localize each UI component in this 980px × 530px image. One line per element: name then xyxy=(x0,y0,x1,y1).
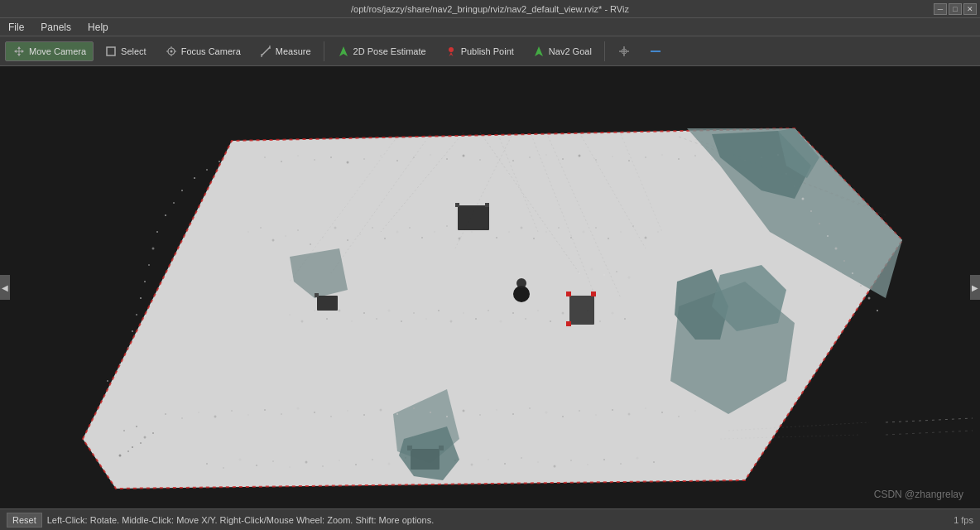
svg-point-73 xyxy=(260,227,262,229)
svg-point-119 xyxy=(380,409,382,412)
tool-move-camera[interactable]: Move Camera xyxy=(5,41,94,61)
svg-point-133 xyxy=(612,409,613,411)
svg-point-108 xyxy=(198,412,199,413)
svg-point-197 xyxy=(351,320,353,322)
viewport[interactable]: ◀ ▶ xyxy=(0,66,980,508)
svg-point-109 xyxy=(214,416,217,418)
svg-point-149 xyxy=(372,459,373,460)
svg-point-147 xyxy=(339,460,340,461)
svg-point-74 xyxy=(272,239,275,242)
menu-file[interactable]: File xyxy=(3,20,29,35)
svg-point-96 xyxy=(545,231,547,233)
svg-point-126 xyxy=(496,409,497,411)
svg-point-199 xyxy=(376,318,377,320)
svg-point-30 xyxy=(363,158,365,160)
measure-icon xyxy=(259,45,272,58)
svg-rect-235 xyxy=(455,203,459,207)
svg-point-59 xyxy=(132,330,133,332)
svg-point-205 xyxy=(450,320,453,323)
svg-point-71 xyxy=(219,161,220,162)
svg-point-198 xyxy=(363,312,365,314)
svg-point-156 xyxy=(488,459,489,460)
svg-point-171 xyxy=(819,223,820,224)
svg-rect-241 xyxy=(591,292,596,296)
svg-point-100 xyxy=(595,227,597,229)
svg-point-129 xyxy=(545,412,548,414)
svg-point-192 xyxy=(289,314,291,316)
svg-point-182 xyxy=(616,271,617,272)
svg-point-81 xyxy=(359,234,361,235)
svg-rect-234 xyxy=(458,205,489,230)
tool-publish-point[interactable]: Publish Point xyxy=(437,41,521,61)
svg-point-128 xyxy=(529,407,531,409)
focus-camera-icon xyxy=(165,45,178,58)
svg-point-193 xyxy=(301,320,304,323)
left-panel-toggle[interactable]: ◀ xyxy=(0,275,10,300)
svg-rect-238 xyxy=(315,293,319,297)
tool-nav2-goal[interactable]: Nav2 Goal xyxy=(525,41,599,61)
menu-help[interactable]: Help xyxy=(83,20,113,35)
svg-point-155 xyxy=(471,464,473,466)
tool-2d-pose-label: 2D Pose Estimate xyxy=(353,46,426,56)
svg-point-130 xyxy=(562,416,564,417)
close-button[interactable]: ✕ xyxy=(963,3,977,15)
fps-counter: 1 fps xyxy=(954,515,973,525)
menu-panels[interactable]: Panels xyxy=(36,20,76,35)
svg-point-134 xyxy=(628,413,631,416)
svg-point-208 xyxy=(488,310,489,311)
toolbar: Move Camera Select Focus Camera xyxy=(0,36,980,66)
svg-point-87 xyxy=(434,231,435,233)
svg-point-39 xyxy=(512,160,514,161)
svg-point-195 xyxy=(326,318,328,320)
svg-point-44 xyxy=(595,159,597,161)
watermark: CSDN @zhangrelay xyxy=(874,489,963,500)
svg-point-118 xyxy=(363,414,365,416)
tool-select-label: Select xyxy=(121,46,147,56)
svg-point-142 xyxy=(256,465,257,466)
svg-point-86 xyxy=(421,237,423,238)
svg-point-77 xyxy=(310,243,311,245)
svg-point-132 xyxy=(595,414,597,416)
svg-line-7 xyxy=(262,47,270,55)
svg-point-217 xyxy=(599,320,601,322)
svg-point-43 xyxy=(579,155,581,157)
reset-button[interactable]: Reset xyxy=(7,513,42,528)
svg-point-28 xyxy=(330,157,332,158)
right-panel-toggle[interactable]: ▶ xyxy=(970,275,980,300)
minimize-button[interactable]: ─ xyxy=(934,3,947,15)
svg-point-160 xyxy=(554,465,556,468)
svg-rect-237 xyxy=(317,296,338,311)
svg-point-135 xyxy=(645,407,646,409)
svg-point-101 xyxy=(608,238,609,239)
svg-point-127 xyxy=(512,413,514,415)
svg-point-42 xyxy=(562,158,564,160)
svg-point-46 xyxy=(628,160,630,161)
tool-measure[interactable]: Measure xyxy=(252,41,319,61)
tool-crosshair[interactable] xyxy=(610,41,638,61)
tool-select[interactable]: Select xyxy=(97,41,154,61)
tool-2d-pose[interactable]: 2D Pose Estimate xyxy=(329,41,434,61)
svg-point-83 xyxy=(384,238,386,239)
maximize-button[interactable]: □ xyxy=(949,3,962,15)
svg-point-247 xyxy=(516,278,526,288)
svg-point-181 xyxy=(603,274,605,276)
svg-point-212 xyxy=(537,310,539,311)
toolbar-separator-2 xyxy=(604,41,605,61)
svg-rect-240 xyxy=(566,292,571,296)
tool-focus-camera[interactable]: Focus Camera xyxy=(157,41,248,61)
svg-point-143 xyxy=(272,460,274,462)
svg-point-102 xyxy=(620,231,622,233)
menu-bar: File Panels Help xyxy=(0,18,980,36)
svg-point-111 xyxy=(247,414,249,416)
tool-minus[interactable] xyxy=(641,41,670,61)
svg-point-72 xyxy=(247,231,249,233)
svg-point-204 xyxy=(438,310,440,311)
svg-point-169 xyxy=(802,198,805,200)
svg-point-144 xyxy=(289,466,291,468)
svg-rect-0 xyxy=(107,47,115,55)
svg-point-158 xyxy=(521,457,522,459)
svg-point-106 xyxy=(165,413,166,415)
svg-point-157 xyxy=(504,463,506,465)
svg-point-114 xyxy=(297,407,300,410)
title-bar: /opt/ros/jazzy/share/nav2_bringup/rviz/n… xyxy=(0,0,980,18)
